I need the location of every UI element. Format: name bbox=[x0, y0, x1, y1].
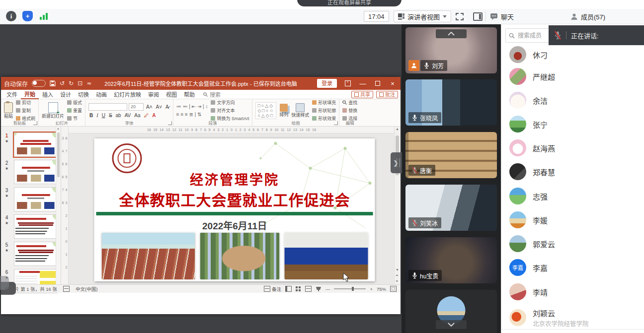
slide[interactable]: 经济管理学院 全体教职工大会暨就业工作促进会 2022年6月11日 bbox=[94, 138, 375, 281]
tab-design[interactable]: 设计 bbox=[57, 90, 75, 99]
member-row[interactable]: 刘颖云 北京农学院经管学院 bbox=[501, 305, 644, 331]
strikethrough-button[interactable]: S bbox=[108, 113, 113, 118]
redo-icon[interactable]: ↻ bbox=[69, 80, 74, 87]
shrink-font-button[interactable]: A˅ bbox=[155, 104, 163, 110]
member-row[interactable]: 李媛 bbox=[501, 209, 644, 231]
slide-thumbnail[interactable] bbox=[14, 242, 58, 266]
member-row[interactable]: 赵海燕 bbox=[501, 137, 644, 159]
login-button[interactable]: 登录 bbox=[317, 79, 337, 88]
slide-thumbnail[interactable] bbox=[14, 160, 58, 184]
reading-view-button[interactable] bbox=[305, 286, 312, 292]
slide-thumbnail[interactable] bbox=[14, 187, 58, 211]
layout-button[interactable]: 版式 bbox=[67, 99, 82, 106]
meeting-info-icon[interactable]: i bbox=[6, 11, 16, 21]
shapes-gallery[interactable]: □○△◇ ◇□○☆ ○△◇□ bbox=[255, 102, 276, 119]
autosave-toggle[interactable] bbox=[32, 80, 46, 87]
side-panel-toggle-button[interactable] bbox=[472, 12, 483, 21]
view-mode-button[interactable]: 演讲者视图 bbox=[394, 10, 451, 22]
cut-button[interactable]: 剪切 bbox=[16, 99, 35, 106]
clear-format-button[interactable]: A̷ bbox=[164, 104, 170, 110]
minimize-button[interactable]: — bbox=[356, 77, 370, 90]
collapse-videos-button[interactable] bbox=[436, 29, 467, 38]
zoom-in-button[interactable]: + bbox=[370, 286, 373, 292]
change-case-button[interactable]: Aa bbox=[133, 113, 141, 118]
share-button[interactable]: 共享 bbox=[351, 91, 373, 98]
text-direction-button[interactable]: 文字方向 bbox=[211, 99, 249, 106]
drawing-dialog-launcher[interactable] bbox=[334, 121, 338, 125]
alignment-icons[interactable]: ≡ ≡ ≡ ≣ | ⇅ bbox=[176, 112, 208, 117]
members-button[interactable]: 成员(57) bbox=[570, 11, 605, 22]
underline-button[interactable]: U bbox=[101, 113, 106, 118]
shape-outline-button[interactable]: 形状轮廓 bbox=[312, 107, 336, 114]
save-icon[interactable] bbox=[50, 80, 56, 86]
tab-transitions[interactable]: 切换 bbox=[75, 90, 92, 99]
font-name-select[interactable] bbox=[88, 103, 127, 111]
canvas-scrollbar[interactable]: ▲ ▼ ⏶ ⏷ bbox=[394, 127, 401, 284]
shape-fill-button[interactable]: 形状填充 bbox=[312, 99, 336, 106]
slideshow-view-button[interactable] bbox=[316, 286, 322, 291]
member-row[interactable]: 余洁 bbox=[501, 89, 644, 111]
quick-styles-button[interactable]: 快速样式 bbox=[291, 103, 309, 118]
tab-view[interactable]: 视图 bbox=[162, 90, 180, 99]
fullscreen-button[interactable] bbox=[454, 12, 465, 21]
new-slide-button[interactable]: 新建幻灯片 bbox=[42, 102, 64, 119]
font-color-button[interactable]: A bbox=[152, 113, 157, 118]
tab-animations[interactable]: 动画 bbox=[92, 90, 110, 99]
member-row[interactable]: 志强 bbox=[501, 185, 644, 207]
slideshow-icon[interactable]: ⊡ bbox=[78, 80, 82, 87]
tab-home[interactable]: 开始 bbox=[21, 89, 39, 99]
member-search-input[interactable] bbox=[517, 32, 548, 40]
tab-insert[interactable]: 插入 bbox=[39, 90, 57, 99]
tab-help[interactable]: 帮助 bbox=[180, 90, 198, 99]
qat-customize-icon[interactable]: ≂ bbox=[86, 80, 91, 87]
language-status[interactable]: 中文(中国) bbox=[76, 285, 97, 292]
arrange-button[interactable]: 排列 bbox=[279, 104, 288, 118]
zoom-level[interactable]: 75% bbox=[377, 286, 386, 292]
copy-button[interactable]: 复制 bbox=[16, 107, 35, 114]
video-tile[interactable]: 刘芳 bbox=[405, 27, 497, 73]
highlight-button[interactable]: 🖉 bbox=[143, 113, 150, 118]
thumbnail-scrollbar[interactable] bbox=[56, 127, 61, 284]
tab-file[interactable]: 文件 bbox=[3, 90, 21, 99]
ribbon-search[interactable]: 搜索 bbox=[203, 90, 221, 98]
video-tile[interactable]: 张晓凤 bbox=[405, 79, 497, 126]
tab-slideshow[interactable]: 幻灯片放映 bbox=[110, 90, 145, 99]
grow-font-button[interactable]: A˄ bbox=[145, 104, 154, 110]
member-row[interactable]: 李靖 bbox=[501, 281, 644, 303]
video-panel-collapse-handle[interactable]: ❯ bbox=[391, 152, 402, 173]
member-row[interactable]: 张宁 bbox=[501, 113, 644, 135]
ribbon-display-options-button[interactable] bbox=[341, 77, 355, 90]
slide-thumbnail[interactable] bbox=[14, 214, 58, 239]
align-text-button[interactable]: 对齐文本 bbox=[211, 107, 249, 114]
font-size-select[interactable]: 20 bbox=[129, 103, 144, 111]
member-row[interactable]: 郑春慧 bbox=[501, 161, 644, 183]
tab-review[interactable]: 审阅 bbox=[145, 90, 162, 99]
video-tile[interactable]: 唐衡 bbox=[405, 132, 497, 178]
fit-slide-button[interactable] bbox=[390, 286, 397, 292]
chat-button[interactable]: 聊天 bbox=[490, 11, 514, 22]
font-dialog-launcher[interactable] bbox=[168, 121, 172, 125]
find-button[interactable]: 查找 bbox=[342, 99, 357, 106]
reset-button[interactable]: 重置 bbox=[67, 107, 82, 114]
member-row[interactable]: 休刁 bbox=[501, 44, 644, 66]
accessibility-icon[interactable] bbox=[63, 286, 70, 292]
zoom-slider[interactable] bbox=[334, 288, 366, 289]
notes-button[interactable]: 备注 bbox=[264, 285, 281, 292]
slide-sorter-view-button[interactable] bbox=[296, 286, 301, 291]
char-spacing-button[interactable]: AV bbox=[124, 113, 132, 118]
scroll-videos-down-button[interactable] bbox=[436, 320, 467, 329]
restore-button[interactable] bbox=[371, 77, 385, 90]
bold-button[interactable]: B bbox=[88, 113, 94, 118]
bullets-numbering-icons[interactable]: ≔ ≕ | ⇤ ⇥ | ↕ bbox=[176, 104, 208, 109]
normal-view-button[interactable] bbox=[285, 286, 292, 292]
close-button[interactable]: × bbox=[386, 77, 400, 90]
clipboard-dialog-launcher[interactable] bbox=[33, 121, 37, 125]
video-tile[interactable]: hu宝贵 bbox=[405, 237, 497, 283]
member-row[interactable]: 严继超 bbox=[501, 66, 644, 87]
security-shield-icon[interactable]: + bbox=[22, 11, 33, 21]
member-row[interactable]: 郭爱云 bbox=[501, 233, 644, 255]
video-tile[interactable]: 刘笑冰 bbox=[405, 185, 497, 231]
italic-button[interactable]: I bbox=[95, 113, 99, 118]
replace-button[interactable]: 替换 bbox=[342, 107, 357, 114]
member-row[interactable]: 李嘉 李嘉 bbox=[501, 257, 644, 278]
